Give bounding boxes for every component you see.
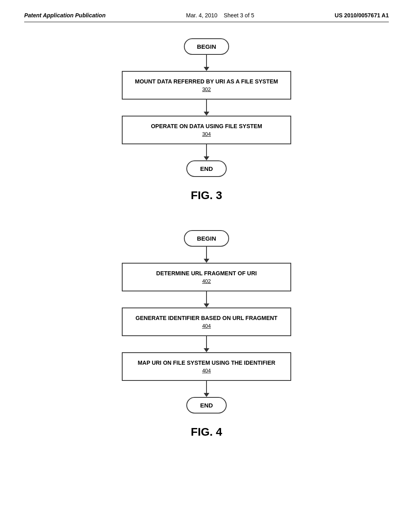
fig4-step-404a-text: GENERATE IDENTIFIER BASED ON URL FRAGMEN… — [131, 315, 282, 321]
fig4-arrowhead-4 — [204, 393, 209, 397]
fig4-step-402-text: DETERMINE URL FRAGMENT OF URI — [131, 270, 282, 276]
fig3-end-label: END — [200, 165, 213, 172]
fig4-arrow-2 — [204, 291, 209, 308]
fig3-end-node: END — [186, 160, 227, 177]
fig4-arrow-1 — [204, 247, 209, 263]
fig3-arrow-line-1 — [206, 55, 207, 67]
fig4-arrow-line-2 — [206, 291, 207, 303]
fig3-arrow-1 — [204, 55, 209, 71]
fig4-flowchart: BEGIN DETERMINE URL FRAGMENT OF URI 402 … — [24, 230, 389, 414]
header-patent-number: US 2010/0057671 A1 — [335, 12, 389, 19]
fig4-arrow-line-4 — [206, 381, 207, 393]
fig3-step-304-num: 304 — [131, 131, 282, 137]
fig3-arrow-2 — [204, 100, 209, 116]
fig4-arrowhead-2 — [204, 303, 209, 308]
fig3-arrowhead-2 — [204, 112, 209, 116]
fig3-begin-node: BEGIN — [184, 38, 229, 55]
fig4-step-404a-num: 404 — [131, 323, 282, 329]
fig4-arrow-line-3 — [206, 336, 207, 348]
fig3-arrow-3 — [204, 144, 209, 160]
fig3-arrow-line-3 — [206, 144, 207, 156]
fig4-step-404a: GENERATE IDENTIFIER BASED ON URL FRAGMEN… — [122, 308, 291, 336]
fig4-end-node: END — [186, 397, 227, 414]
fig3-step-302-text: MOUNT DATA REFERRED BY URI AS A FILE SYS… — [131, 78, 282, 85]
fig4-step-402-num: 402 — [131, 278, 282, 284]
fig4-step-402: DETERMINE URL FRAGMENT OF URI 402 — [122, 263, 291, 291]
fig4-end-label: END — [200, 402, 213, 409]
fig3-step-302-num: 302 — [131, 86, 282, 92]
fig3-step-304-text: OPERATE ON DATA USING FILE SYSTEM — [131, 123, 282, 129]
fig3-step-302: MOUNT DATA REFERRED BY URI AS A FILE SYS… — [122, 71, 291, 100]
header-publication-type: Patent Application Publication — [24, 12, 106, 19]
fig4-arrow-3 — [204, 336, 209, 352]
fig4-begin-node: BEGIN — [184, 230, 229, 247]
fig3-arrow-line-2 — [206, 100, 207, 112]
fig4-step-404b-text: MAP URI ON FILE SYSTEM USING THE IDENTIF… — [131, 360, 282, 366]
fig3-step-304: OPERATE ON DATA USING FILE SYSTEM 304 — [122, 116, 291, 144]
fig4-step-404b-num: 404 — [131, 368, 282, 374]
fig4-arrow-4 — [204, 381, 209, 397]
fig3-label: FIG. 3 — [24, 189, 389, 202]
fig3-arrowhead-1 — [204, 67, 209, 71]
fig4-label: FIG. 4 — [24, 426, 389, 438]
page-header: Patent Application Publication Mar. 4, 2… — [24, 12, 389, 22]
header-sheet: Sheet 3 of 5 — [224, 12, 254, 19]
fig4-arrowhead-1 — [204, 259, 209, 263]
header-date-sheet: Mar. 4, 2010 Sheet 3 of 5 — [186, 12, 254, 19]
fig4-step-404b: MAP URI ON FILE SYSTEM USING THE IDENTIF… — [122, 352, 291, 381]
fig3-flowchart: BEGIN MOUNT DATA REFERRED BY URI AS A FI… — [24, 38, 389, 177]
fig3-arrowhead-3 — [204, 156, 209, 160]
fig4-arrowhead-3 — [204, 348, 209, 352]
page: Patent Application Publication Mar. 4, 2… — [0, 0, 413, 532]
header-date: Mar. 4, 2010 — [186, 12, 217, 19]
fig4-begin-label: BEGIN — [197, 235, 216, 242]
fig4-arrow-line-1 — [206, 247, 207, 259]
section-gap — [24, 218, 389, 230]
fig3-begin-label: BEGIN — [197, 43, 216, 50]
